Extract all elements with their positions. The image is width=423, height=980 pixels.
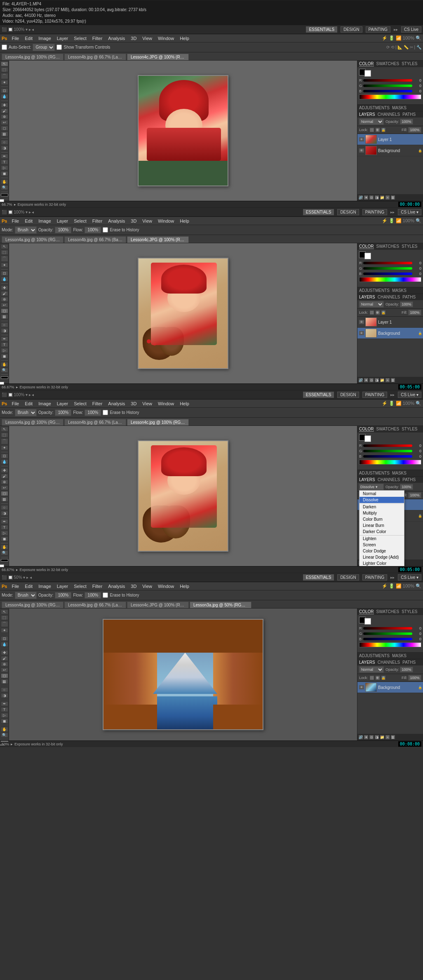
menu-select-1[interactable]: Select xyxy=(73,35,88,41)
menu-edit-4[interactable]: Edit xyxy=(24,583,34,589)
pen-1[interactable]: ✒ xyxy=(1,154,8,159)
flow-input-4[interactable] xyxy=(85,592,101,599)
menu-image-4[interactable]: Image xyxy=(37,583,52,589)
menu-file-4[interactable]: File xyxy=(10,583,20,589)
clone-3[interactable]: ⊕ xyxy=(1,479,8,484)
brush-2[interactable]: 🖌 xyxy=(1,291,8,296)
tab-2-1[interactable]: Lesson4a.jpg @ 100% (RGB/8) × xyxy=(2,236,63,243)
lock-pixel-4[interactable]: ⬚ xyxy=(370,676,374,680)
shape-3[interactable]: ◼ xyxy=(1,536,8,541)
shape-4[interactable]: ◼ xyxy=(1,719,8,724)
brush-3[interactable]: 🖌 xyxy=(1,474,8,479)
blend-color-dodge[interactable]: Color Dodge xyxy=(360,548,404,554)
lock-pixel-1[interactable]: ⬚ xyxy=(370,128,374,132)
menu-image-2[interactable]: Image xyxy=(37,218,52,224)
spectrum-1[interactable] xyxy=(359,94,421,99)
paths-tab-3[interactable]: PATHS xyxy=(402,477,416,482)
new-layer-4[interactable]: + xyxy=(385,735,390,739)
erase-history-check-4[interactable] xyxy=(103,592,108,598)
blend-color-burn[interactable]: Color Burn xyxy=(360,516,404,522)
r-slider-1[interactable] xyxy=(363,79,412,82)
menu-3d-3[interactable]: 3D xyxy=(129,401,138,407)
move-tool-3[interactable]: ↖ xyxy=(1,427,8,432)
menu-analysis-2[interactable]: Analysis xyxy=(107,218,126,224)
shape-2[interactable]: ◼ xyxy=(1,354,8,359)
menu-select-3[interactable]: Select xyxy=(73,401,88,407)
design-btn-2[interactable]: DESIGN xyxy=(337,209,359,215)
delete-layer-2[interactable]: 🗑 xyxy=(391,378,395,382)
fill-input-3[interactable] xyxy=(408,492,421,498)
eyedropper-2[interactable]: 💧 xyxy=(1,277,8,282)
hand-4[interactable]: ✋ xyxy=(1,727,8,732)
blend-normal[interactable]: Normal xyxy=(360,491,404,497)
tab-1-2[interactable]: Lesson4b.jpg @ 66.7% (Layer 1, RGB/8) × xyxy=(64,54,126,60)
opacity-input-opt-3[interactable] xyxy=(55,409,71,416)
marquee-tool-3[interactable]: ⬚ xyxy=(1,432,8,437)
brush-mode-4[interactable]: Brush xyxy=(15,592,37,599)
menu-file-2[interactable]: File xyxy=(10,218,20,224)
eraser-1[interactable]: ◻ xyxy=(1,126,8,131)
menu-analysis-3[interactable]: Analysis xyxy=(107,401,126,407)
tab-1-1[interactable]: Lesson4a.jpg @ 100% (RGB/8) × xyxy=(2,54,63,60)
layer-item-1-2[interactable]: 👁 Background 🔒 xyxy=(357,145,423,156)
r-slider-4[interactable] xyxy=(363,627,412,630)
layers-tab-1[interactable]: LAYERS xyxy=(359,112,375,117)
path-3[interactable]: ▷ xyxy=(1,531,8,536)
background-color-3[interactable] xyxy=(0,564,4,567)
painting-btn-1[interactable]: PAINTING xyxy=(366,26,390,33)
gradient-4[interactable]: ▦ xyxy=(1,679,8,684)
menu-edit-1[interactable]: Edit xyxy=(24,35,34,41)
tab-3-2[interactable]: Lesson4b.jpg @ 66.7% (Layer 1, RGB/8) × xyxy=(64,419,126,425)
marquee-tool-1[interactable]: ⬚ xyxy=(1,67,8,72)
r-slider-3[interactable] xyxy=(363,444,412,447)
spectrum-3[interactable] xyxy=(359,460,421,465)
history-4[interactable]: ↩ xyxy=(1,667,8,672)
g-slider-4[interactable] xyxy=(363,632,412,635)
blend-darken[interactable]: Darken xyxy=(360,503,404,510)
adj-layer-4[interactable]: ◑ xyxy=(375,735,379,739)
eye-icon-1-2[interactable]: 👁 xyxy=(359,148,364,153)
tab-4-4[interactable]: Lesson3a.jpg @ 50% (RGB/8) × xyxy=(190,602,251,608)
menu-layer-4[interactable]: Layer xyxy=(56,583,70,589)
channels-tab-2[interactable]: CHANNELS xyxy=(378,295,400,299)
menu-3d-2[interactable]: 3D xyxy=(129,218,138,224)
move-tool-4[interactable]: ↖ xyxy=(1,609,8,614)
paths-tab-2[interactable]: PATHS xyxy=(402,295,416,299)
essentials-btn-4[interactable]: ESSENTIALS xyxy=(303,574,334,580)
menu-window-3[interactable]: Window xyxy=(157,401,175,407)
blend-mode-select-1[interactable]: Normal xyxy=(359,118,384,125)
blur-3[interactable]: ○ xyxy=(1,505,8,510)
spectrum-4[interactable] xyxy=(359,642,421,647)
painting-btn-2[interactable]: PAINTING xyxy=(362,209,387,215)
add-style-2[interactable]: ✦ xyxy=(364,378,368,382)
menu-layer-2[interactable]: Layer xyxy=(56,218,70,224)
add-mask-2[interactable]: ⊙ xyxy=(369,378,374,382)
menu-view-1[interactable]: View xyxy=(141,35,153,41)
marquee-tool-4[interactable]: ⬚ xyxy=(1,615,8,620)
layer-item-2-2[interactable]: 👁 Background 🔒 xyxy=(357,328,423,339)
masks-tab-2[interactable]: MASKS xyxy=(392,288,407,293)
eyedropper-3[interactable]: 💧 xyxy=(1,459,8,464)
brush-mode-3[interactable]: Brush xyxy=(15,409,37,416)
bg-swatch-3[interactable] xyxy=(364,435,371,442)
add-style-4[interactable]: ✦ xyxy=(364,735,368,739)
blend-darker-color[interactable]: Darker Color xyxy=(360,529,404,535)
hand-1[interactable]: ✋ xyxy=(1,179,8,184)
opacity-input-opt-4[interactable] xyxy=(55,592,71,599)
add-mask-4[interactable]: ⊙ xyxy=(369,735,374,739)
essentials-btn-3[interactable]: ESSENTIALS xyxy=(303,392,334,398)
brush-1[interactable]: 🖌 xyxy=(1,108,8,113)
crop-tool-4[interactable]: ⊡ xyxy=(1,636,8,641)
cslive-btn-2[interactable]: CS Live ▾ xyxy=(398,209,421,215)
zoom-2[interactable]: 🔍 xyxy=(1,368,8,373)
eyedropper-1[interactable]: 💧 xyxy=(1,94,8,99)
menu-layer-1[interactable]: Layer xyxy=(56,35,70,41)
dodge-3[interactable]: ◑ xyxy=(1,511,8,516)
opacity-input-4[interactable] xyxy=(400,667,413,672)
layer-item-2-1[interactable]: 👁 Layer 1 xyxy=(357,317,423,328)
styles-tab-2[interactable]: STYLES xyxy=(402,244,417,249)
menu-filter-4[interactable]: Filter xyxy=(91,583,103,589)
eraser-4[interactable]: ◻ xyxy=(1,673,8,678)
swatches-tab-2[interactable]: SWATCHES xyxy=(376,244,400,249)
crop-tool-2[interactable]: ⊡ xyxy=(1,271,8,276)
